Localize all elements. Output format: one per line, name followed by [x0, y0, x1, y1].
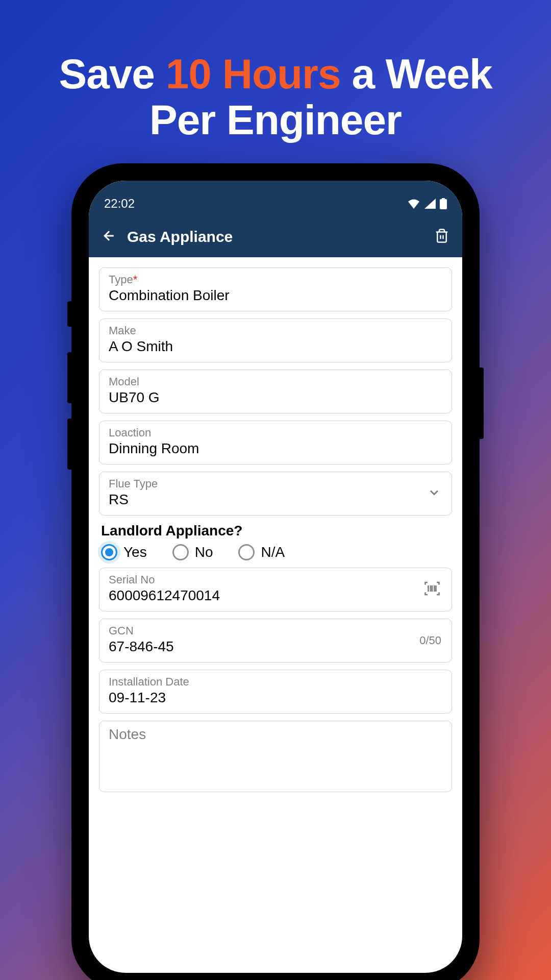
landlord-question-label: Landlord Appliance?	[99, 523, 452, 539]
field-label: GCN	[109, 624, 442, 638]
delete-button[interactable]	[434, 228, 449, 246]
app-screen: 22:02 Gas Appliance Type*	[89, 181, 462, 973]
field-label: Flue Type	[109, 477, 442, 491]
phone-mockup: 22:02 Gas Appliance Type*	[71, 163, 480, 980]
field-label: Type*	[109, 273, 442, 286]
field-label: Make	[109, 324, 442, 337]
barcode-scan-button[interactable]	[423, 579, 441, 600]
form: Type* Combination Boiler Make A O Smith …	[89, 257, 462, 802]
location-field[interactable]: Loaction Dinning Room	[99, 421, 452, 464]
gcn-field[interactable]: GCN 67-846-45 0/50	[99, 619, 452, 663]
field-label: Serial No	[109, 573, 442, 586]
field-value: Dinning Room	[109, 440, 442, 457]
type-field[interactable]: Type* Combination Boiler	[99, 267, 452, 311]
field-value: 60009612470014	[109, 587, 442, 604]
barcode-icon	[423, 579, 441, 598]
svg-rect-0	[440, 199, 447, 209]
signal-icon	[424, 199, 436, 209]
field-value: UB70 G	[109, 389, 442, 406]
headline-highlight: 10 Hours	[166, 51, 341, 97]
trash-icon	[434, 228, 449, 243]
battery-icon	[440, 198, 447, 209]
phone-button	[480, 368, 484, 439]
char-counter: 0/50	[419, 634, 441, 647]
arrow-left-icon	[102, 228, 117, 243]
landlord-radio-group: Yes No N/A	[99, 544, 452, 560]
serial-no-field[interactable]: Serial No 60009612470014	[99, 568, 452, 611]
page-title: Gas Appliance	[127, 228, 424, 246]
radio-icon	[238, 544, 255, 560]
radio-icon	[101, 544, 117, 560]
phone-button	[67, 301, 71, 327]
model-field[interactable]: Model UB70 G	[99, 370, 452, 413]
back-button[interactable]	[102, 228, 117, 246]
radio-na[interactable]: N/A	[238, 544, 285, 560]
headline-part2: a Week	[341, 51, 492, 97]
field-value: 09-11-23	[109, 690, 442, 706]
field-label: Model	[109, 375, 442, 388]
status-time: 22:02	[104, 197, 135, 211]
make-field[interactable]: Make A O Smith	[99, 318, 452, 362]
field-value: Combination Boiler	[109, 287, 442, 304]
wifi-icon	[407, 199, 420, 209]
phone-button	[67, 419, 71, 470]
field-value: RS	[109, 492, 442, 508]
flue-type-field[interactable]: Flue Type RS	[99, 472, 452, 516]
radio-no[interactable]: No	[172, 544, 213, 560]
radio-icon	[172, 544, 189, 560]
radio-label: No	[195, 544, 213, 560]
field-label: Installation Date	[109, 675, 442, 689]
install-date-field[interactable]: Installation Date 09-11-23	[99, 670, 452, 714]
app-header: Gas Appliance	[89, 216, 462, 257]
field-placeholder: Notes	[109, 726, 146, 742]
radio-yes[interactable]: Yes	[101, 544, 147, 560]
radio-label: Yes	[123, 544, 147, 560]
field-value: 67-846-45	[109, 639, 442, 655]
headline-line2: Per Engineer	[149, 96, 402, 143]
notes-field[interactable]: Notes	[99, 721, 452, 792]
status-bar: 22:02	[89, 181, 462, 216]
svg-rect-1	[442, 198, 445, 200]
chevron-down-icon	[427, 485, 441, 502]
status-icons	[407, 198, 447, 209]
field-label: Loaction	[109, 426, 442, 439]
field-value: A O Smith	[109, 338, 442, 355]
headline-part1: Save	[59, 51, 165, 97]
phone-button	[67, 352, 71, 403]
radio-label: N/A	[261, 544, 285, 560]
marketing-headline: Save 10 Hours a Week Per Engineer	[0, 0, 551, 143]
